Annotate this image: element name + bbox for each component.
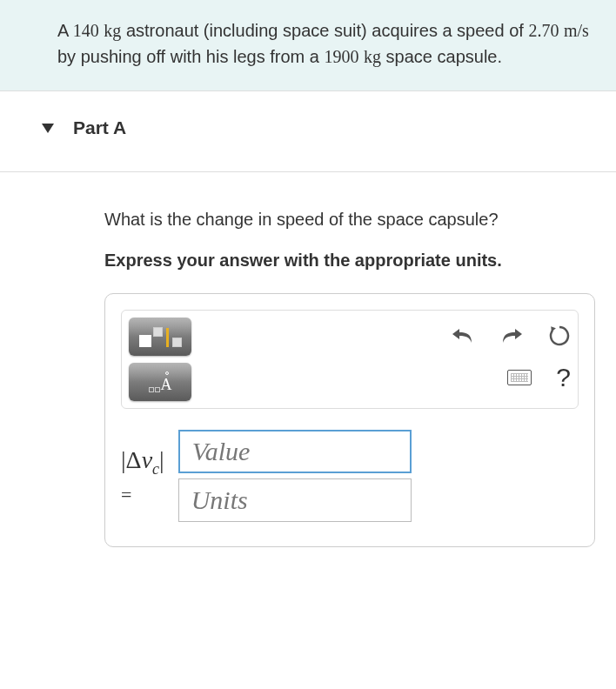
- units-placeholder: Units: [191, 485, 248, 515]
- mass-astronaut: 140: [73, 21, 99, 40]
- answer-box: A: [104, 293, 595, 547]
- degree-icon: A: [149, 371, 172, 392]
- toolbar-left: A: [129, 318, 191, 401]
- part-label: Part A: [73, 117, 126, 138]
- question-text: What is the change in speed of the space…: [104, 207, 595, 231]
- template-button[interactable]: [129, 318, 191, 356]
- reset-button[interactable]: [548, 324, 571, 347]
- history-row: [451, 324, 571, 347]
- speed: 2.70: [528, 21, 559, 40]
- text: astronaut (including space suit) acquire…: [121, 21, 528, 40]
- problem-statement: A 140 kg astronaut (including space suit…: [0, 0, 616, 91]
- toolbar: A: [121, 310, 579, 409]
- equals: =: [121, 484, 164, 506]
- degree-button[interactable]: A: [129, 363, 191, 401]
- value-placeholder: Value: [192, 437, 251, 466]
- abs-close: |: [159, 446, 164, 473]
- reset-icon: [548, 324, 571, 347]
- text: space capsule.: [381, 47, 502, 66]
- units-input[interactable]: Units: [178, 478, 412, 522]
- text: by pushing off with his legs from a: [57, 47, 324, 66]
- redo-button[interactable]: [499, 325, 524, 346]
- help-button[interactable]: ?: [556, 363, 571, 392]
- value-input[interactable]: Value: [178, 430, 412, 473]
- template-icon: [139, 327, 182, 347]
- keyboard-icon: [507, 370, 532, 385]
- inputs: Value Units: [178, 430, 412, 522]
- delta: Δ: [126, 446, 142, 473]
- undo-icon: [451, 325, 475, 346]
- variable-label: |Δvc| =: [121, 445, 164, 507]
- toolbar-right: ?: [451, 318, 571, 392]
- answer-row: |Δvc| = Value Units: [121, 430, 579, 522]
- part-body: What is the change in speed of the space…: [0, 172, 616, 568]
- collapse-triangle-icon: [42, 124, 54, 133]
- keyboard-button[interactable]: [507, 370, 532, 385]
- redo-icon: [499, 325, 524, 346]
- unit-kg: kg: [104, 21, 121, 40]
- undo-button[interactable]: [451, 325, 475, 346]
- unit-ms: m/s: [564, 21, 589, 40]
- var-sub: c: [152, 459, 159, 477]
- part-header[interactable]: Part A: [0, 91, 616, 172]
- mass-capsule: 1900: [324, 47, 358, 66]
- instruction-text: Express your answer with the appropriate…: [104, 251, 595, 271]
- help-icon: ?: [556, 363, 571, 392]
- help-row: ?: [507, 363, 571, 392]
- var-v: v: [142, 446, 152, 473]
- text: A: [57, 21, 73, 40]
- unit-kg: kg: [364, 47, 381, 66]
